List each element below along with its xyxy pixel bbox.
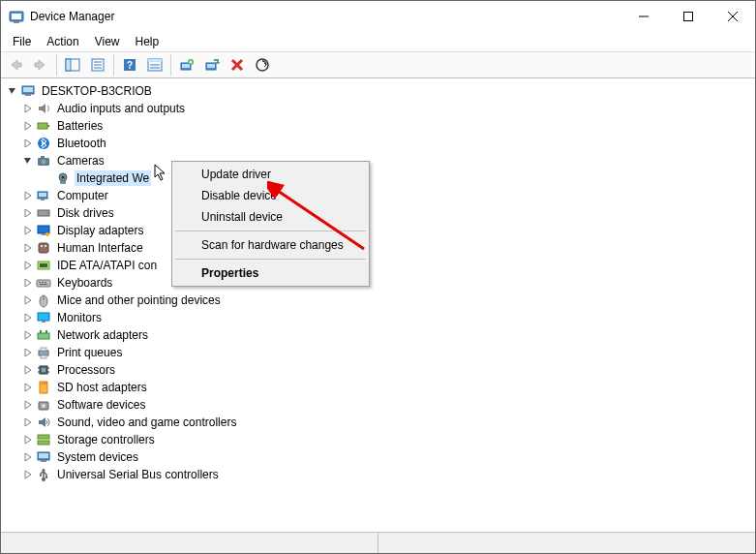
tree-category[interactable]: Mice and other pointing devices — [1, 292, 755, 309]
show-hide-console-tree-button[interactable] — [61, 53, 84, 77]
disable-device-button[interactable] — [200, 53, 224, 77]
expand-icon[interactable] — [20, 136, 36, 151]
tree-category[interactable]: Monitors — [1, 309, 755, 326]
tree-category[interactable]: SD host adapters — [1, 379, 755, 396]
tree-node-label[interactable]: Software devices — [55, 397, 147, 413]
tree-node-label[interactable]: Print queues — [55, 345, 124, 360]
expand-icon[interactable] — [20, 432, 36, 447]
battery-icon — [36, 118, 51, 134]
forward-button[interactable] — [29, 53, 52, 77]
tree-root[interactable]: DESKTOP-B3CRIOB — [1, 82, 755, 100]
tree-node-label[interactable]: Sound, video and game controllers — [55, 415, 238, 430]
tree-node-label[interactable]: Disk drives — [55, 205, 116, 221]
menu-action[interactable]: Action — [39, 33, 86, 50]
collapse-icon[interactable] — [5, 83, 20, 99]
tree-category[interactable]: Storage controllers — [1, 431, 755, 448]
tree-device[interactable]: Integrated We — [1, 169, 755, 187]
context-uninstall-device[interactable]: Uninstall device — [174, 206, 367, 228]
tree-category[interactable]: Keyboards — [1, 274, 755, 292]
expand-icon[interactable] — [20, 362, 36, 378]
uninstall-device-button[interactable] — [226, 53, 249, 77]
tree-node-label[interactable]: Display adapters — [55, 223, 145, 238]
tree-node-label[interactable]: Universal Serial Bus controllers — [55, 467, 221, 482]
tree-category[interactable]: Bluetooth — [1, 135, 755, 152]
context-scan-hardware[interactable]: Scan for hardware changes — [174, 234, 367, 256]
expand-icon[interactable] — [20, 310, 36, 325]
window-title: Device Manager — [30, 10, 621, 23]
computer-icon — [36, 188, 51, 203]
tree-category[interactable]: Network adapters — [1, 326, 755, 344]
tree-node-label[interactable]: Storage controllers — [55, 432, 157, 447]
app-icon — [9, 9, 24, 24]
tree-node-label[interactable]: Human Interface — [55, 240, 145, 256]
context-disable-device[interactable]: Disable device — [174, 185, 367, 206]
menu-view[interactable]: View — [87, 33, 128, 50]
collapse-icon[interactable] — [20, 153, 36, 169]
menu-file[interactable]: File — [5, 33, 39, 50]
tree-node-label[interactable]: Cameras — [55, 153, 106, 169]
tree-category[interactable]: Batteries — [1, 117, 755, 135]
minimize-button[interactable] — [621, 2, 666, 31]
tree-category[interactable]: System devices — [1, 448, 755, 466]
menubar: File Action View Help — [1, 32, 755, 51]
context-properties[interactable]: Properties — [174, 262, 367, 284]
tree-category[interactable]: Print queues — [1, 344, 755, 361]
tree-node-label[interactable]: SD host adapters — [55, 380, 149, 395]
tree-node-label[interactable]: Computer — [55, 188, 110, 203]
tree-category[interactable]: Audio inputs and outputs — [1, 100, 755, 117]
tree-node-label[interactable]: System devices — [55, 449, 140, 465]
tree-category[interactable]: Display adapters — [1, 222, 755, 239]
expand-icon[interactable] — [20, 188, 36, 203]
tree-category[interactable]: Processors — [1, 361, 755, 379]
expand-icon[interactable] — [20, 397, 36, 413]
tree-node-label[interactable]: Network adapters — [55, 327, 150, 343]
tree-category[interactable]: IDE ATA/ATAPI con — [1, 257, 755, 274]
tree-category[interactable]: Software devices — [1, 396, 755, 414]
expand-icon[interactable] — [20, 223, 36, 238]
update-driver-button[interactable] — [175, 53, 198, 77]
tree-category[interactable]: Sound, video and game controllers — [1, 414, 755, 431]
expand-icon[interactable] — [20, 275, 36, 291]
tree-category[interactable]: Cameras — [1, 152, 755, 169]
expand-icon[interactable] — [20, 258, 36, 273]
maximize-button[interactable] — [666, 2, 711, 31]
expand-icon[interactable] — [20, 292, 36, 308]
help-button[interactable]: ? — [118, 53, 141, 77]
tree-node-label[interactable]: Batteries — [55, 118, 105, 134]
context-update-driver[interactable]: Update driver — [174, 164, 367, 185]
properties-button[interactable] — [86, 53, 109, 77]
tree-node-label[interactable]: Keyboards — [55, 275, 114, 291]
tree-node-label[interactable]: Audio inputs and outputs — [55, 101, 187, 116]
sd-icon — [36, 380, 51, 395]
expand-icon[interactable] — [20, 118, 36, 134]
expand-icon[interactable] — [20, 345, 36, 360]
scan-hardware-button[interactable] — [251, 53, 274, 77]
back-button[interactable] — [4, 53, 27, 77]
expand-icon[interactable] — [20, 101, 36, 116]
tree-node-label[interactable]: Processors — [55, 362, 117, 378]
svg-rect-58 — [42, 321, 45, 323]
tree-node-label[interactable]: IDE ATA/ATAPI con — [55, 258, 159, 273]
svg-rect-45 — [39, 243, 48, 253]
expand-icon[interactable] — [20, 205, 36, 221]
tree-category[interactable]: Human Interface — [1, 239, 755, 257]
expand-icon[interactable] — [20, 449, 36, 465]
device-tree[interactable]: DESKTOP-B3CRIOBAudio inputs and outputsB… — [1, 78, 755, 532]
tree-node-label[interactable]: Monitors — [55, 310, 104, 325]
action-list-button[interactable] — [143, 53, 166, 77]
expand-icon[interactable] — [20, 467, 36, 482]
tree-category[interactable]: Universal Serial Bus controllers — [1, 466, 755, 483]
tree-category[interactable]: Computer — [1, 187, 755, 204]
tree-node-label[interactable]: Mice and other pointing devices — [55, 292, 223, 308]
tree-node-label[interactable]: Bluetooth — [55, 136, 108, 151]
menu-help[interactable]: Help — [128, 33, 167, 50]
expand-icon[interactable] — [20, 240, 36, 256]
tree-node-label[interactable]: DESKTOP-B3CRIOB — [40, 83, 154, 99]
expand-icon[interactable] — [20, 415, 36, 430]
expand-icon[interactable] — [20, 380, 36, 395]
expand-icon[interactable] — [20, 327, 36, 343]
svg-rect-52 — [42, 282, 44, 283]
tree-category[interactable]: Disk drives — [1, 204, 755, 222]
close-button[interactable] — [711, 2, 755, 31]
tree-node-label[interactable]: Integrated We — [75, 170, 151, 186]
